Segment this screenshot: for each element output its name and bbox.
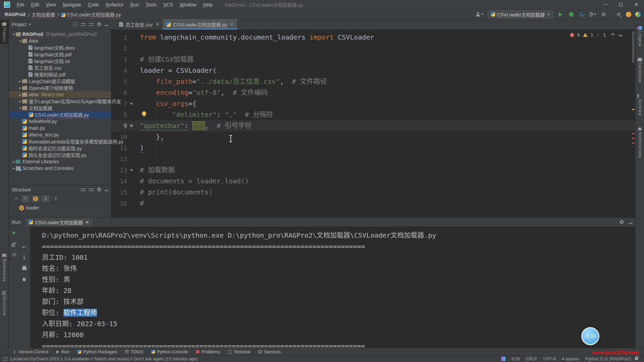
tree-chevron-icon[interactable]: ▸	[18, 99, 22, 104]
soft-wrap-icon[interactable]: ↩	[21, 244, 27, 250]
indent-style[interactable]: 4 spaces	[562, 356, 579, 361]
stop-button[interactable]	[11, 251, 17, 257]
tree-item[interactable]: ▾data	[9, 38, 111, 44]
tree-item[interactable]: 持久化会话记忆功能实现.py	[9, 152, 111, 158]
gear-icon[interactable]	[97, 22, 101, 26]
sort-alphabetically-icon[interactable]: ↓ᵃ	[12, 195, 19, 202]
sidebar-item-notifications[interactable]: Notifications	[636, 125, 644, 160]
tree-item[interactable]: langchain文档.txt	[9, 58, 111, 64]
close-icon[interactable]: ✕	[85, 220, 89, 225]
tree-item[interactable]: helloWorld.py	[9, 118, 111, 125]
hide-panel-icon[interactable]	[105, 190, 108, 191]
code-line[interactable]: 15# print(documents)	[111, 187, 635, 198]
close-icon[interactable]: ✕	[230, 22, 234, 27]
line-separator[interactable]: CRLF	[526, 356, 537, 361]
tree-chevron-icon[interactable]: ▸	[12, 166, 16, 171]
code-area[interactable]: 1from langchain_community.document_loade…	[111, 30, 635, 209]
navigate-target-icon[interactable]: ↧	[52, 195, 59, 202]
intention-bulb-icon[interactable]	[142, 111, 146, 116]
run-console-output[interactable]: D:\python_pro\RAGPro2\venv\Scripts\pytho…	[31, 227, 635, 348]
gear-icon[interactable]	[620, 220, 623, 224]
expand-all-icon[interactable]	[81, 23, 86, 26]
menu-navigate[interactable]: Navigate	[59, 0, 85, 9]
hide-panel-icon[interactable]	[105, 25, 108, 26]
breadcrumb-item[interactable]: RAGPro2	[5, 12, 25, 17]
toolwindow-button-services[interactable]: Services	[255, 348, 284, 356]
sidebar-item-bookmarks[interactable]: Bookmarks	[0, 252, 8, 284]
maximize-button[interactable]	[613, 0, 629, 9]
close-icon[interactable]: ✕	[156, 22, 159, 27]
run-button[interactable]	[557, 11, 564, 18]
editor-scrollbar[interactable]	[631, 30, 635, 218]
expand-all-icon[interactable]	[81, 188, 86, 192]
code-line[interactable]: 6 encoding="utf-8", # 文件编码	[111, 87, 635, 98]
navigate-source-icon[interactable]: ↥	[42, 195, 49, 202]
user-profile-button[interactable]	[476, 12, 484, 17]
menu-edit[interactable]: Edit	[28, 0, 43, 9]
tree-item[interactable]: langchain文档.docx	[9, 44, 111, 51]
breadcrumb-item[interactable]: CSVLoader文档加载器.py	[61, 11, 121, 18]
tree-item[interactable]: 临时会话记忆功能实现.py	[9, 145, 111, 152]
tree-chevron-icon[interactable]: ▸	[18, 79, 22, 83]
coverage-button[interactable]	[589, 11, 596, 18]
stop-button[interactable]	[600, 11, 607, 18]
run-tab[interactable]: CSVLoader文档加载器 ✕	[25, 218, 93, 227]
file-encoding[interactable]: UTF-8	[543, 356, 556, 361]
gear-icon[interactable]	[97, 188, 101, 191]
menu-code[interactable]: Code	[85, 0, 102, 9]
tree-item[interactable]: ▸venvlibrary root	[9, 91, 111, 98]
tree-chevron-icon[interactable]: ▾	[18, 106, 22, 110]
menu-help[interactable]: Help	[200, 0, 216, 9]
toolwindow-button-problems[interactable]: Problems	[193, 348, 223, 356]
recording-timer-bubble[interactable]: 11:33	[581, 327, 599, 345]
scroll-to-end-icon[interactable]: ↧	[21, 255, 27, 261]
tree-chevron-icon[interactable]: ▸	[18, 86, 22, 90]
tree-item[interactable]: ▸基于LangChain实现RAG与Agent智能体开发	[9, 98, 111, 105]
toolwindow-button-run[interactable]: Run	[53, 348, 73, 356]
tree-item[interactable]: ▾文档加载器	[9, 105, 111, 111]
menu-refactor[interactable]: Refactor	[103, 0, 127, 9]
tool-window-toggle-icon[interactable]	[3, 357, 7, 361]
toolwindow-button-version-control[interactable]: Version Control	[9, 348, 52, 356]
fold-marker[interactable]	[127, 98, 136, 109]
search-everywhere-button[interactable]	[615, 11, 622, 18]
caret-position[interactable]: 9:26	[512, 356, 520, 361]
tree-item[interactable]: ▸LangChain提示词模版	[9, 78, 111, 84]
tree-chevron-icon[interactable]: ▾	[12, 32, 16, 37]
ai-assistant-icon[interactable]	[635, 12, 641, 17]
inspections-widget[interactable]: !6 1 ✓1	[570, 32, 622, 38]
toolwindow-button-python-console[interactable]: Python Console	[148, 348, 191, 356]
code-line[interactable]: 8 "delimiter": "," # 分隔符	[111, 109, 635, 120]
locate-file-icon[interactable]	[73, 22, 77, 27]
code-line[interactable]: 1from langchain_community.document_loade…	[111, 32, 635, 43]
update-available-button[interactable]: ↑	[626, 12, 631, 17]
tree-item[interactable]: CSVLoader文档加载器.py	[9, 111, 111, 118]
menu-view[interactable]: View	[43, 0, 59, 9]
menu-vcs[interactable]: VCS	[160, 0, 176, 9]
tree-item[interactable]: ▾RAGPro2D:\python_pro\RAGPro2	[9, 31, 111, 38]
status-message[interactable]: Localized PyCharm 2023.1.3 is available …	[10, 356, 198, 361]
close-button[interactable]: ✕	[629, 0, 644, 9]
toolwindow-button-todo[interactable]: TODO	[122, 348, 147, 356]
code-line[interactable]: 3# 创建CSV加载器	[111, 54, 635, 65]
fold-marker[interactable]	[127, 120, 136, 131]
minimize-button[interactable]	[598, 0, 613, 9]
breadcrumb-item[interactable]: 文档加载器	[32, 11, 55, 18]
sidebar-item-project[interactable]: Project	[0, 20, 8, 44]
sidebar-item-lingma[interactable]: Lingma	[636, 24, 644, 48]
menu-window[interactable]: Window	[176, 0, 200, 9]
code-line[interactable]: 5 file_path="../data/员工信息.csv", # 文件路径	[111, 76, 635, 87]
hide-panel-icon[interactable]	[629, 223, 632, 224]
menu-file[interactable]: File	[13, 0, 28, 9]
show-fields-icon[interactable]: f	[32, 195, 39, 202]
tree-item[interactable]: ▸Scratches and Consoles	[9, 165, 111, 172]
collapse-all-icon[interactable]	[89, 188, 94, 192]
tree-item[interactable]: langchain文档.pdf	[9, 51, 111, 58]
run-settings-button[interactable]	[11, 241, 17, 247]
sidebar-item-sciview[interactable]: SciView	[636, 92, 644, 118]
menu-run[interactable]: Run	[127, 0, 143, 9]
code-line[interactable]: 11)	[111, 142, 635, 154]
code-line[interactable]: 12	[111, 154, 635, 165]
clear-output-icon[interactable]	[21, 276, 27, 282]
menu-tools[interactable]: Tools	[142, 0, 160, 9]
